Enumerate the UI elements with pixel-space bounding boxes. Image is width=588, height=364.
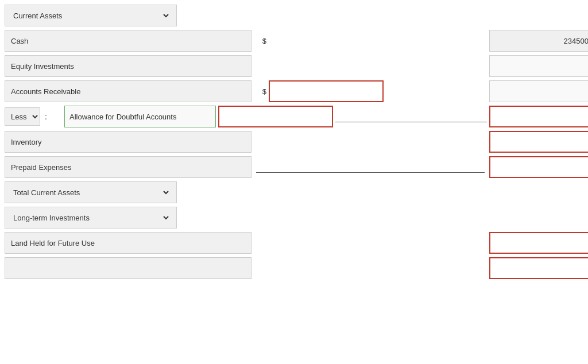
prepaid-underline bbox=[256, 162, 485, 173]
allowance-right-input[interactable] bbox=[489, 106, 588, 127]
ar-dollar-sign: $ bbox=[252, 87, 269, 96]
prepaid-right-field[interactable] bbox=[489, 156, 588, 178]
current-assets-dropdown[interactable]: Current Assets bbox=[5, 5, 177, 26]
inventory-label: Inventory bbox=[5, 131, 252, 153]
cash-value-field[interactable] bbox=[489, 30, 588, 52]
allowance-row: Less Add : bbox=[5, 106, 588, 127]
ar-mid-field[interactable] bbox=[269, 80, 384, 102]
long-term-investments-dropdown[interactable]: Long-term Investments bbox=[5, 207, 177, 229]
prepaid-right-input[interactable] bbox=[489, 156, 588, 178]
current-assets-row: Current Assets bbox=[5, 5, 588, 26]
cash-value-input[interactable] bbox=[489, 30, 588, 52]
cash-row: Cash $ bbox=[5, 30, 588, 52]
allowance-label-input[interactable] bbox=[64, 106, 216, 127]
long-term-investments-select[interactable]: Long-term Investments bbox=[11, 213, 171, 223]
cash-dollar-sign: $ bbox=[252, 37, 269, 45]
ar-mid-input[interactable] bbox=[269, 80, 384, 102]
inventory-row: Inventory bbox=[5, 131, 588, 153]
long-term-investments-row: Long-term Investments bbox=[5, 207, 588, 229]
empty-row bbox=[5, 257, 588, 279]
land-held-label: Land Held for Future Use bbox=[5, 232, 252, 254]
allowance-mid-field[interactable] bbox=[218, 106, 333, 127]
ar-right-input[interactable] bbox=[489, 80, 588, 102]
accounts-receivable-row: Accounts Receivable $ bbox=[5, 80, 588, 102]
form-container: Current Assets Cash $ Equity Investments… bbox=[5, 5, 588, 279]
allowance-right-field[interactable] bbox=[489, 106, 588, 127]
empty-right-input[interactable] bbox=[489, 257, 588, 279]
land-held-row: Land Held for Future Use bbox=[5, 232, 588, 254]
total-current-assets-row: Total Current Assets bbox=[5, 181, 588, 203]
equity-row: Equity Investments bbox=[5, 55, 588, 77]
ar-right-field[interactable] bbox=[489, 80, 588, 102]
allowance-mid-input[interactable] bbox=[218, 106, 333, 127]
allowance-underline bbox=[335, 111, 487, 122]
total-current-assets-select[interactable]: Total Current Assets bbox=[11, 188, 171, 198]
allowance-field[interactable] bbox=[64, 106, 216, 127]
accounts-receivable-label: Accounts Receivable bbox=[5, 80, 252, 102]
less-controls: Less Add : bbox=[5, 107, 62, 126]
prepaid-row: Prepaid Expenses bbox=[5, 156, 588, 178]
equity-value-field[interactable] bbox=[489, 55, 588, 77]
inventory-right-field[interactable] bbox=[489, 131, 588, 153]
empty-right-field[interactable] bbox=[489, 257, 588, 279]
cash-label: Cash bbox=[5, 30, 252, 52]
empty-label bbox=[5, 257, 252, 279]
less-select[interactable]: Less Add bbox=[5, 107, 40, 126]
current-assets-select[interactable]: Current Assets bbox=[11, 11, 171, 21]
equity-value-input[interactable] bbox=[489, 55, 588, 77]
colon-label: : bbox=[42, 112, 49, 121]
equity-label: Equity Investments bbox=[5, 55, 252, 77]
prepaid-label: Prepaid Expenses bbox=[5, 156, 252, 178]
land-held-right-field[interactable] bbox=[489, 232, 588, 254]
inventory-right-input[interactable] bbox=[489, 131, 588, 153]
land-held-right-input[interactable] bbox=[489, 232, 588, 254]
total-current-assets-dropdown[interactable]: Total Current Assets bbox=[5, 181, 177, 203]
